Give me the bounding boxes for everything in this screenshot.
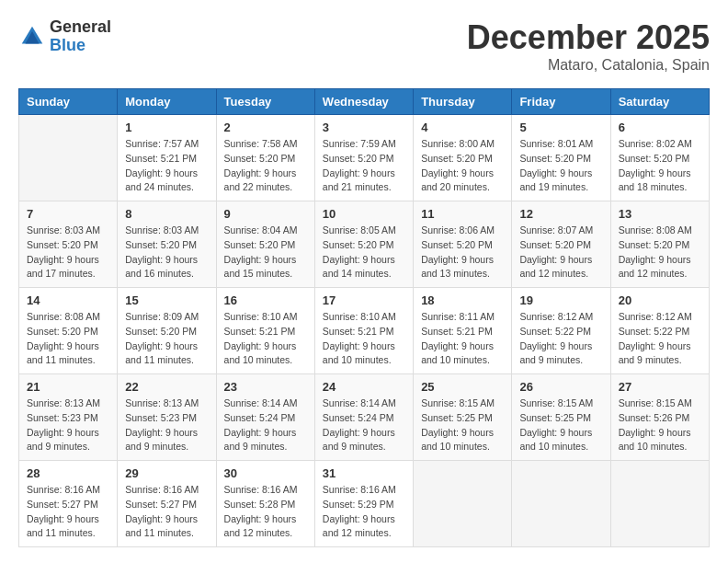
day-number: 14 <box>27 293 109 307</box>
day-info: Sunrise: 8:04 AMSunset: 5:20 PMDaylight:… <box>224 224 307 282</box>
day-info: Sunrise: 8:15 AMSunset: 5:26 PMDaylight:… <box>619 396 701 454</box>
calendar-cell: 16Sunrise: 8:10 AMSunset: 5:21 PMDayligh… <box>216 288 314 374</box>
day-number: 20 <box>619 293 701 307</box>
month-title: December 2025 <box>467 18 710 57</box>
calendar-cell: 1Sunrise: 7:57 AMSunset: 5:21 PMDaylight… <box>118 115 216 201</box>
day-info: Sunrise: 8:12 AMSunset: 5:22 PMDaylight:… <box>619 310 701 368</box>
calendar-cell: 5Sunrise: 8:01 AMSunset: 5:20 PMDaylight… <box>512 115 610 201</box>
weekday-header-tuesday: Tuesday <box>216 89 314 115</box>
calendar-cell <box>610 461 709 547</box>
day-number: 24 <box>323 380 405 394</box>
calendar-cell: 7Sunrise: 8:03 AMSunset: 5:20 PMDaylight… <box>19 201 118 288</box>
day-number: 1 <box>125 121 208 134</box>
day-info: Sunrise: 8:11 AMSunset: 5:21 PMDaylight:… <box>421 310 504 368</box>
day-info: Sunrise: 8:09 AMSunset: 5:20 PMDaylight:… <box>125 310 208 368</box>
day-info: Sunrise: 8:14 AMSunset: 5:24 PMDaylight:… <box>224 396 307 454</box>
day-number: 5 <box>519 121 602 134</box>
weekday-header-monday: Monday <box>118 89 216 115</box>
title-block: December 2025 Mataro, Catalonia, Spain <box>467 18 710 74</box>
weekday-header-thursday: Thursday <box>414 89 512 115</box>
logo: General Blue <box>18 18 111 55</box>
calendar-cell: 27Sunrise: 8:15 AMSunset: 5:26 PMDayligh… <box>610 374 709 461</box>
calendar-cell <box>19 115 118 201</box>
day-number: 17 <box>323 293 405 307</box>
calendar-cell: 19Sunrise: 8:12 AMSunset: 5:22 PMDayligh… <box>512 288 610 374</box>
calendar-cell: 25Sunrise: 8:15 AMSunset: 5:25 PMDayligh… <box>414 374 512 461</box>
day-number: 10 <box>323 207 405 221</box>
calendar-cell: 8Sunrise: 8:03 AMSunset: 5:20 PMDaylight… <box>118 201 216 288</box>
day-number: 30 <box>224 466 307 480</box>
day-info: Sunrise: 7:58 AMSunset: 5:20 PMDaylight:… <box>224 137 307 195</box>
day-info: Sunrise: 8:07 AMSunset: 5:20 PMDaylight:… <box>519 224 602 282</box>
day-number: 29 <box>125 466 208 480</box>
day-number: 9 <box>224 207 307 221</box>
day-number: 12 <box>519 207 602 221</box>
day-number: 31 <box>323 466 405 480</box>
calendar-cell <box>512 461 610 547</box>
week-row-5: 28Sunrise: 8:16 AMSunset: 5:27 PMDayligh… <box>19 461 710 547</box>
week-row-4: 21Sunrise: 8:13 AMSunset: 5:23 PMDayligh… <box>19 374 710 461</box>
day-number: 18 <box>421 293 504 307</box>
calendar-cell: 10Sunrise: 8:05 AMSunset: 5:20 PMDayligh… <box>314 201 413 288</box>
day-info: Sunrise: 8:13 AMSunset: 5:23 PMDaylight:… <box>125 396 208 454</box>
calendar-cell: 12Sunrise: 8:07 AMSunset: 5:20 PMDayligh… <box>512 201 610 288</box>
day-info: Sunrise: 8:05 AMSunset: 5:20 PMDaylight:… <box>323 224 405 282</box>
day-info: Sunrise: 8:10 AMSunset: 5:21 PMDaylight:… <box>323 310 405 368</box>
day-number: 19 <box>519 293 602 307</box>
day-number: 6 <box>619 121 701 134</box>
weekday-header-row: SundayMondayTuesdayWednesdayThursdayFrid… <box>19 89 710 115</box>
day-info: Sunrise: 8:15 AMSunset: 5:25 PMDaylight:… <box>421 396 504 454</box>
day-info: Sunrise: 8:08 AMSunset: 5:20 PMDaylight:… <box>619 224 701 282</box>
page-header: General Blue December 2025 Mataro, Catal… <box>18 18 710 74</box>
day-info: Sunrise: 8:10 AMSunset: 5:21 PMDaylight:… <box>224 310 307 368</box>
logo-icon <box>18 23 46 51</box>
day-number: 3 <box>323 121 405 134</box>
weekday-header-sunday: Sunday <box>19 89 118 115</box>
calendar-cell: 17Sunrise: 8:10 AMSunset: 5:21 PMDayligh… <box>314 288 413 374</box>
day-number: 21 <box>27 380 109 394</box>
calendar-cell: 18Sunrise: 8:11 AMSunset: 5:21 PMDayligh… <box>414 288 512 374</box>
calendar-cell: 14Sunrise: 8:08 AMSunset: 5:20 PMDayligh… <box>19 288 118 374</box>
day-info: Sunrise: 8:16 AMSunset: 5:28 PMDaylight:… <box>224 483 307 541</box>
logo-blue-text: Blue <box>50 37 111 55</box>
weekday-header-saturday: Saturday <box>610 89 709 115</box>
day-info: Sunrise: 8:16 AMSunset: 5:27 PMDaylight:… <box>125 483 208 541</box>
day-info: Sunrise: 8:14 AMSunset: 5:24 PMDaylight:… <box>323 396 405 454</box>
weekday-header-wednesday: Wednesday <box>314 89 413 115</box>
weekday-header-friday: Friday <box>512 89 610 115</box>
calendar-cell: 3Sunrise: 7:59 AMSunset: 5:20 PMDaylight… <box>314 115 413 201</box>
calendar-cell: 4Sunrise: 8:00 AMSunset: 5:20 PMDaylight… <box>414 115 512 201</box>
calendar-cell: 31Sunrise: 8:16 AMSunset: 5:29 PMDayligh… <box>314 461 413 547</box>
calendar-cell: 9Sunrise: 8:04 AMSunset: 5:20 PMDaylight… <box>216 201 314 288</box>
calendar-cell: 6Sunrise: 8:02 AMSunset: 5:20 PMDaylight… <box>610 115 709 201</box>
day-number: 11 <box>421 207 504 221</box>
day-info: Sunrise: 8:03 AMSunset: 5:20 PMDaylight:… <box>27 224 109 282</box>
logo-general-text: General <box>50 18 111 37</box>
day-number: 16 <box>224 293 307 307</box>
calendar-cell: 11Sunrise: 8:06 AMSunset: 5:20 PMDayligh… <box>414 201 512 288</box>
day-info: Sunrise: 7:59 AMSunset: 5:20 PMDaylight:… <box>323 137 405 195</box>
day-number: 23 <box>224 380 307 394</box>
day-info: Sunrise: 8:08 AMSunset: 5:20 PMDaylight:… <box>27 310 109 368</box>
day-info: Sunrise: 8:01 AMSunset: 5:20 PMDaylight:… <box>519 137 602 195</box>
calendar-table: SundayMondayTuesdayWednesdayThursdayFrid… <box>18 88 710 547</box>
calendar-cell: 2Sunrise: 7:58 AMSunset: 5:20 PMDaylight… <box>216 115 314 201</box>
calendar-cell: 15Sunrise: 8:09 AMSunset: 5:20 PMDayligh… <box>118 288 216 374</box>
calendar-cell: 20Sunrise: 8:12 AMSunset: 5:22 PMDayligh… <box>610 288 709 374</box>
day-info: Sunrise: 7:57 AMSunset: 5:21 PMDaylight:… <box>125 137 208 195</box>
calendar-cell: 28Sunrise: 8:16 AMSunset: 5:27 PMDayligh… <box>19 461 118 547</box>
day-number: 26 <box>519 380 602 394</box>
day-number: 15 <box>125 293 208 307</box>
calendar-cell: 26Sunrise: 8:15 AMSunset: 5:25 PMDayligh… <box>512 374 610 461</box>
calendar-cell: 29Sunrise: 8:16 AMSunset: 5:27 PMDayligh… <box>118 461 216 547</box>
day-info: Sunrise: 8:12 AMSunset: 5:22 PMDaylight:… <box>519 310 602 368</box>
calendar-cell: 30Sunrise: 8:16 AMSunset: 5:28 PMDayligh… <box>216 461 314 547</box>
calendar-cell: 22Sunrise: 8:13 AMSunset: 5:23 PMDayligh… <box>118 374 216 461</box>
day-number: 22 <box>125 380 208 394</box>
day-info: Sunrise: 8:16 AMSunset: 5:27 PMDaylight:… <box>27 483 109 541</box>
day-number: 28 <box>27 466 109 480</box>
calendar-cell: 23Sunrise: 8:14 AMSunset: 5:24 PMDayligh… <box>216 374 314 461</box>
day-info: Sunrise: 8:16 AMSunset: 5:29 PMDaylight:… <box>323 483 405 541</box>
day-number: 7 <box>27 207 109 221</box>
calendar-cell: 24Sunrise: 8:14 AMSunset: 5:24 PMDayligh… <box>314 374 413 461</box>
